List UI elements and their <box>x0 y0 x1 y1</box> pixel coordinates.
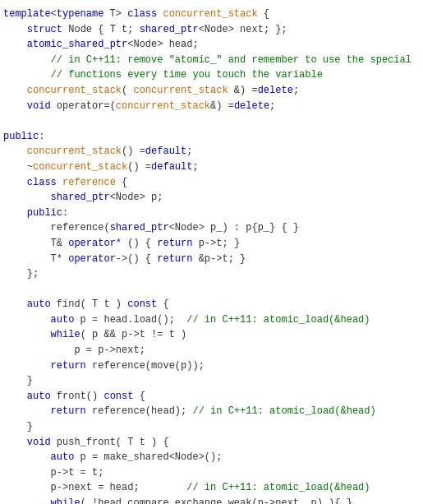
code-display: template<typename T> class concurrent_st… <box>0 0 423 504</box>
